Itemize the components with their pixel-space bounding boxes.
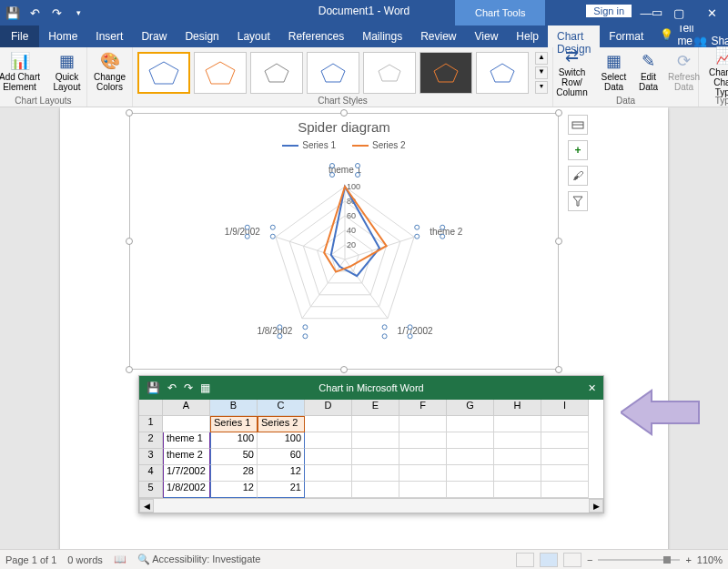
status-words[interactable]: 0 words	[67, 554, 103, 565]
cell[interactable]: Series 2	[258, 416, 305, 432]
cell[interactable]	[541, 465, 589, 482]
cell[interactable]	[399, 449, 447, 465]
view-print-layout[interactable]	[540, 553, 558, 567]
view-web-layout[interactable]	[563, 553, 581, 567]
cell[interactable]	[305, 432, 352, 449]
cell[interactable]	[447, 449, 494, 465]
cell[interactable]: 60	[258, 449, 305, 465]
tab-insert[interactable]: Insert	[86, 25, 132, 47]
scroll-left-icon[interactable]: ◀	[139, 499, 154, 513]
styles-scroll-down-icon[interactable]: ▼	[535, 66, 548, 79]
col-header[interactable]: D	[305, 400, 352, 416]
switch-row-column-button[interactable]: ⇄Switch Row/ Column	[551, 50, 594, 96]
maximize-icon[interactable]: ▢	[662, 0, 695, 25]
tab-review[interactable]: Review	[411, 25, 465, 47]
zoom-out-icon[interactable]: −	[587, 554, 592, 565]
cell[interactable]	[447, 465, 494, 482]
chart-styles-button[interactable]: 🖌	[568, 166, 588, 186]
cell[interactable]: 12	[210, 482, 258, 498]
cell[interactable]: 1/8/2002	[163, 482, 210, 498]
de-redo-icon[interactable]: ↷	[184, 381, 193, 394]
tab-chart-design[interactable]: Chart Design	[548, 25, 600, 47]
cell[interactable]	[305, 465, 352, 482]
resize-handle[interactable]	[555, 238, 562, 245]
data-grid[interactable]: A B C D E F G H I 1Series 1Series 22them…	[139, 400, 603, 498]
scroll-right-icon[interactable]: ▶	[589, 499, 603, 513]
layout-options-button[interactable]	[568, 115, 588, 135]
cell[interactable]	[494, 449, 541, 465]
cell[interactable]	[305, 416, 352, 432]
cell[interactable]	[541, 416, 589, 432]
add-chart-element-button[interactable]: 📊Add Chart Element	[0, 50, 42, 96]
minimize-icon[interactable]: —	[630, 0, 662, 25]
cell[interactable]	[541, 449, 589, 465]
de-undo-icon[interactable]: ↶	[167, 381, 177, 394]
cell[interactable]	[352, 449, 399, 465]
styles-scroll-up-icon[interactable]: ▲	[535, 52, 548, 65]
de-excel-icon[interactable]: ▦	[200, 381, 210, 394]
chart-filters-button[interactable]	[568, 191, 588, 211]
cell[interactable]	[352, 416, 399, 432]
resize-handle[interactable]	[126, 109, 133, 117]
cell[interactable]	[541, 482, 589, 498]
col-header[interactable]: H	[494, 400, 541, 416]
chart-style-3[interactable]	[250, 52, 303, 94]
redo-icon[interactable]: ↷	[49, 5, 64, 20]
chart-style-1[interactable]	[137, 52, 190, 94]
cell[interactable]: Series 1	[210, 416, 258, 432]
col-header[interactable]: G	[447, 400, 494, 416]
cell[interactable]	[447, 482, 494, 498]
share-button[interactable]: 👥Share	[693, 35, 728, 47]
tell-me[interactable]: 💡Tell me	[660, 22, 693, 47]
chart-style-7[interactable]	[476, 52, 529, 94]
cell[interactable]	[494, 432, 541, 449]
cell[interactable]	[163, 416, 210, 432]
tab-draw[interactable]: Draw	[132, 25, 176, 47]
tab-design[interactable]: Design	[176, 25, 228, 47]
styles-gallery-more-icon[interactable]: ▾	[535, 81, 548, 94]
col-header[interactable]: F	[399, 400, 447, 416]
zoom-slider[interactable]	[598, 559, 680, 561]
cell[interactable]: 21	[258, 482, 305, 498]
tab-format[interactable]: Format	[600, 25, 652, 47]
cell[interactable]: 1/7/2002	[163, 465, 210, 482]
select-all-cell[interactable]	[139, 400, 163, 416]
status-accessibility[interactable]: 🔍 Accessibility: Investigate	[137, 554, 261, 565]
zoom-in-icon[interactable]: +	[685, 554, 691, 565]
chart-style-5[interactable]	[363, 52, 416, 94]
tab-help[interactable]: Help	[507, 25, 548, 47]
de-save-icon[interactable]: 💾	[147, 381, 160, 394]
cell[interactable]: theme 1	[163, 432, 210, 449]
zoom-level[interactable]: 110%	[697, 554, 723, 565]
save-icon[interactable]: 💾	[5, 5, 20, 20]
cell[interactable]: 12	[258, 465, 305, 482]
chart-object[interactable]: Spider diagram Series 1 Series 2 theme 1…	[129, 113, 559, 370]
undo-icon[interactable]: ↶	[27, 5, 42, 20]
chart-style-4[interactable]	[307, 52, 359, 94]
scrollbar-horizontal[interactable]	[154, 499, 589, 513]
resize-handle[interactable]	[555, 366, 562, 373]
select-data-button[interactable]: ▦Select Data	[598, 50, 631, 96]
cell[interactable]	[494, 465, 541, 482]
resize-handle[interactable]	[340, 109, 348, 117]
tab-view[interactable]: View	[466, 25, 508, 47]
change-colors-button[interactable]: 🎨Change Colors	[88, 50, 132, 96]
cell[interactable]: 28	[210, 465, 258, 482]
chart-title[interactable]: Spider diagram	[130, 119, 558, 135]
cell[interactable]	[305, 449, 352, 465]
tab-references[interactable]: References	[279, 25, 353, 47]
cell[interactable]	[399, 465, 447, 482]
row-header[interactable]: 4	[139, 465, 163, 482]
cell[interactable]	[352, 465, 399, 482]
col-header[interactable]: B	[210, 400, 258, 416]
document-area[interactable]: Spider diagram Series 1 Series 2 theme 1…	[0, 107, 728, 549]
view-read-mode[interactable]	[516, 553, 534, 567]
cell[interactable]: theme 2	[163, 449, 210, 465]
tab-layout[interactable]: Layout	[228, 25, 279, 47]
row-header[interactable]: 1	[139, 416, 163, 432]
radar-chart[interactable]: theme 1theme 21/7/20021/8/20021/9/200210…	[130, 150, 560, 351]
cell[interactable]: 100	[258, 432, 305, 449]
cell[interactable]	[541, 432, 589, 449]
cell[interactable]	[399, 482, 447, 498]
cell[interactable]	[447, 432, 494, 449]
